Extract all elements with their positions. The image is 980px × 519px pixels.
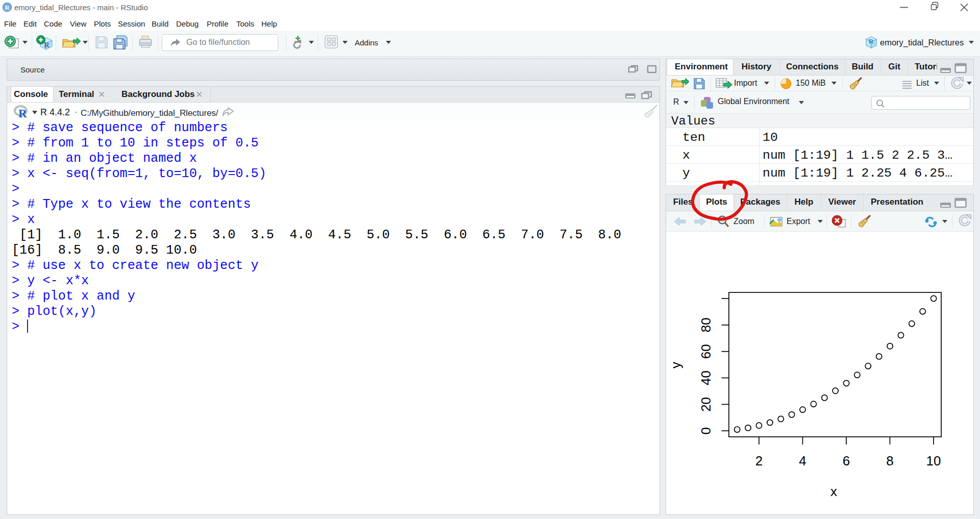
svg-text:60: 60 [698, 344, 714, 359]
svg-text:4: 4 [799, 453, 806, 468]
svg-text:x: x [830, 484, 837, 499]
svg-text:80: 80 [698, 317, 714, 332]
svg-text:0: 0 [698, 427, 714, 434]
svg-text:20: 20 [698, 397, 714, 412]
svg-text:2: 2 [755, 453, 763, 468]
svg-text:y: y [668, 362, 683, 368]
svg-text:8: 8 [886, 453, 893, 468]
svg-text:R: R [5, 4, 10, 11]
svg-text:6: 6 [843, 453, 850, 468]
svg-text:R: R [869, 37, 874, 45]
svg-text:10: 10 [926, 453, 941, 468]
svg-text:40: 40 [698, 370, 714, 385]
svg-text:R: R [18, 107, 27, 118]
